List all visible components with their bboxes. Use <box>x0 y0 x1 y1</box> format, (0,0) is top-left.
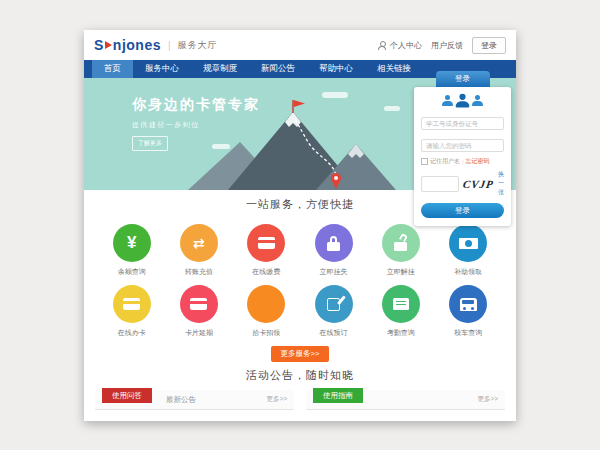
user-icon <box>472 95 483 106</box>
service-icon-glyph <box>460 298 477 311</box>
nav-item[interactable]: 新闻公告 <box>249 60 307 78</box>
panel-header: 使用问答 最新公告 更多>> <box>95 390 294 410</box>
service-label: 余额查询 <box>98 267 165 277</box>
user-feedback-link[interactable]: 用户反馈 <box>431 40 463 51</box>
service-tile[interactable]: ⇄ 转账充值 <box>165 224 232 277</box>
service-tile[interactable]: ¥ 余额查询 <box>98 224 165 277</box>
more-link-left[interactable]: 更多>> <box>266 395 294 404</box>
login-tab[interactable]: 登录 <box>436 71 490 87</box>
logo-text-suffix: njones <box>113 37 161 53</box>
nav-item[interactable]: 规章制度 <box>191 60 249 78</box>
nav-item[interactable]: 服务中心 <box>133 60 191 78</box>
personal-center-link[interactable]: 个人中心 <box>390 40 422 51</box>
service-icon-glyph <box>327 242 340 251</box>
more-link-right[interactable]: 更多>> <box>477 395 505 404</box>
login-panel: 登录 记住用户名 | 忘记密码 CVJP 换一张 <box>414 67 511 226</box>
announcements-panel-left: 使用问答 最新公告 更多>> <box>95 390 294 420</box>
service-icon-glyph: ⇄ <box>193 235 205 251</box>
service-icon-glyph <box>327 298 340 311</box>
captcha-input[interactable] <box>421 176 459 192</box>
service-tile[interactable]: 校车查询 <box>434 285 501 338</box>
service-icon <box>113 285 151 323</box>
captcha-image[interactable]: CVJP <box>462 178 495 190</box>
service-tile[interactable]: 考勤查询 <box>367 285 434 338</box>
user-icon <box>442 95 453 106</box>
service-icon <box>449 285 487 323</box>
service-label: 补助领取 <box>434 267 501 277</box>
service-icon <box>180 285 218 323</box>
service-icon <box>449 224 487 262</box>
user-icon <box>456 94 470 108</box>
captcha-refresh-link[interactable]: 换一张 <box>498 170 504 197</box>
announcements-panel-right: 使用指南 更多>> <box>306 390 505 420</box>
divider: | <box>462 159 464 165</box>
logo[interactable]: S njones | 服务大厅 <box>94 37 218 53</box>
service-tile[interactable]: 在线缴费 <box>233 224 300 277</box>
logo-divider: | <box>168 40 171 51</box>
captcha-row: CVJP 换一张 <box>421 170 504 197</box>
password-input[interactable] <box>421 139 504 152</box>
site-header: S njones | 服务大厅 个人中心 用户反馈 登录 <box>84 30 516 60</box>
remember-checkbox[interactable] <box>421 158 428 165</box>
hero-title: 你身边的卡管专家 <box>132 96 260 114</box>
service-icon <box>247 285 285 323</box>
site-page: S njones | 服务大厅 个人中心 用户反馈 登录 首页 服务中心 规章制… <box>84 30 516 421</box>
service-label: 在线缴费 <box>233 267 300 277</box>
service-label: 拾卡招领 <box>233 328 300 338</box>
service-icon-glyph <box>459 238 478 249</box>
announcement-panels: 使用问答 最新公告 更多>> 使用指南 更多>> <box>84 390 516 420</box>
service-icon <box>315 285 353 323</box>
service-tile[interactable]: 拾卡招领 <box>233 285 300 338</box>
services-grid: ¥ 余额查询 ⇄ 转账充值 在线缴费 <box>84 216 516 338</box>
ribbon-tab-qa[interactable]: 使用问答 <box>102 388 152 404</box>
service-label: 转账充值 <box>165 267 232 277</box>
panel-body <box>95 410 294 420</box>
header-links: 个人中心 用户反馈 登录 <box>377 37 506 54</box>
logo-text-prefix: S <box>94 37 104 53</box>
panel-body <box>306 410 505 420</box>
service-label: 校车查询 <box>434 328 501 338</box>
more-services-button[interactable]: 更多服务>> <box>271 346 330 362</box>
service-label: 立即解挂 <box>367 267 434 277</box>
site-section-title: 服务大厅 <box>178 39 218 52</box>
service-label: 考勤查询 <box>367 328 434 338</box>
hero-subtitle: 提供捷径一步到位 <box>132 120 260 130</box>
service-icon: ⇄ <box>180 224 218 262</box>
forgot-password-link[interactable]: 忘记密码 <box>466 157 490 166</box>
service-tile[interactable]: 立即解挂 <box>367 224 434 277</box>
service-tile[interactable]: 卡片延期 <box>165 285 232 338</box>
service-icon-glyph <box>393 298 409 310</box>
service-label: 卡片延期 <box>165 328 232 338</box>
service-icon <box>382 224 420 262</box>
users-icon <box>421 95 504 106</box>
header-login-button[interactable]: 登录 <box>472 37 506 54</box>
tab-latest-announcements[interactable]: 最新公告 <box>166 395 196 405</box>
announcements-section: 活动公告，随时知晓 使用问答 最新公告 更多>> 使用指南 更多>> <box>84 368 516 420</box>
service-label: 立即挂失 <box>300 267 367 277</box>
remember-label: 记住用户名 <box>430 157 460 166</box>
nav-item[interactable]: 帮助中心 <box>307 60 365 78</box>
ribbon-tab-guide[interactable]: 使用指南 <box>313 388 363 404</box>
service-icon <box>315 224 353 262</box>
hero-banner: 你身边的卡管专家 提供捷径一步到位 了解更多 登录 记住用户名 | 忘记密码 <box>84 78 516 190</box>
login-card: 记住用户名 | 忘记密码 CVJP 换一张 登录 <box>414 87 511 226</box>
service-icon-glyph: ¥ <box>127 233 136 253</box>
service-icon-glyph <box>394 242 407 251</box>
panel-header: 使用指南 更多>> <box>306 390 505 410</box>
hero-cta-button[interactable]: 了解更多 <box>132 136 168 151</box>
username-input[interactable] <box>421 117 504 130</box>
person-icon <box>377 41 386 50</box>
login-submit-button[interactable]: 登录 <box>421 203 504 218</box>
remember-row: 记住用户名 | 忘记密码 <box>421 157 504 166</box>
service-tile[interactable]: 在线预订 <box>300 285 367 338</box>
service-label: 在线预订 <box>300 328 367 338</box>
service-icon-glyph <box>123 298 140 310</box>
service-tile[interactable]: 在线办卡 <box>98 285 165 338</box>
service-icon-glyph <box>258 237 275 249</box>
service-icon <box>247 224 285 262</box>
service-icon <box>382 285 420 323</box>
service-tile[interactable]: 立即挂失 <box>300 224 367 277</box>
service-icon-glyph <box>190 298 207 310</box>
nav-item[interactable]: 首页 <box>92 60 133 78</box>
service-tile[interactable]: 补助领取 <box>434 224 501 277</box>
